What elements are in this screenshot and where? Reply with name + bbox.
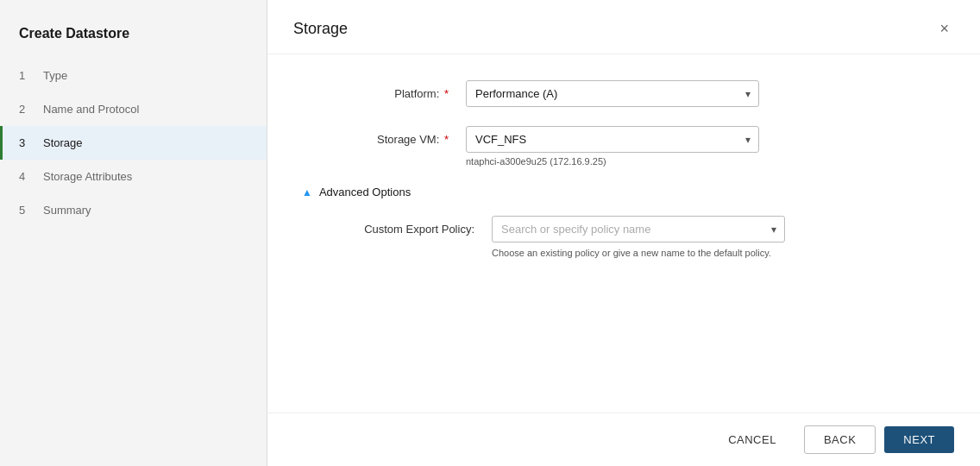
advanced-section: Custom Export Policy: ▾ Choose an existi… xyxy=(302,216,945,260)
sidebar: Create Datastore 1 Type 2 Name and Proto… xyxy=(0,0,267,466)
storage-vm-sub-text: ntaphci-a300e9u25 (172.16.9.25) xyxy=(466,156,759,167)
platform-required-star: * xyxy=(444,87,449,100)
close-button[interactable]: × xyxy=(934,19,954,38)
sidebar-label-summary: Summary xyxy=(43,204,91,217)
custom-export-policy-input[interactable] xyxy=(492,216,785,242)
step-num-1: 1 xyxy=(19,69,33,82)
platform-select-wrapper[interactable]: Performance (A) xyxy=(466,80,759,107)
sidebar-item-storage[interactable]: 3 Storage xyxy=(0,126,267,160)
custom-export-policy-control: ▾ Choose an existing policy or give a ne… xyxy=(492,216,785,260)
chevron-up-icon: ▲ xyxy=(302,186,312,198)
sidebar-item-summary[interactable]: 5 Summary xyxy=(0,193,267,227)
sidebar-label-name-protocol: Name and Protocol xyxy=(43,103,139,116)
main-section-title: Storage xyxy=(293,20,348,38)
back-button[interactable]: BACK xyxy=(804,425,876,454)
storage-vm-row: Storage VM: * VCF_NFS ntaphci-a300e9u25 … xyxy=(302,126,945,167)
step-num-5: 5 xyxy=(19,204,33,217)
custom-export-policy-row: Custom Export Policy: ▾ Choose an existi… xyxy=(328,216,945,260)
storage-vm-select-wrapper[interactable]: VCF_NFS xyxy=(466,126,759,153)
step-num-2: 2 xyxy=(19,103,33,116)
sidebar-label-storage: Storage xyxy=(43,136,83,149)
main-footer: CANCEL BACK NEXT xyxy=(267,412,980,466)
main-header: Storage × xyxy=(267,0,980,54)
main-body: Platform: * Performance (A) Stor xyxy=(267,54,980,412)
modal: Create Datastore 1 Type 2 Name and Proto… xyxy=(0,0,980,466)
sidebar-item-storage-attributes[interactable]: 4 Storage Attributes xyxy=(0,160,267,193)
next-button[interactable]: NEXT xyxy=(884,426,954,453)
search-input-wrapper: ▾ xyxy=(492,216,785,242)
storage-vm-required-star: * xyxy=(444,133,449,146)
storage-vm-select[interactable]: VCF_NFS xyxy=(466,126,759,153)
sidebar-item-name-protocol[interactable]: 2 Name and Protocol xyxy=(0,92,267,126)
custom-export-policy-helper: Choose an existing policy or give a new … xyxy=(492,247,785,260)
storage-vm-control: VCF_NFS ntaphci-a300e9u25 (172.16.9.25) xyxy=(466,126,759,167)
sidebar-item-type[interactable]: 1 Type xyxy=(0,59,267,92)
storage-vm-label: Storage VM: * xyxy=(302,126,466,146)
sidebar-label-storage-attributes: Storage Attributes xyxy=(43,170,132,183)
platform-row: Platform: * Performance (A) xyxy=(302,80,945,107)
sidebar-title: Create Datastore xyxy=(0,17,267,59)
platform-control: Performance (A) xyxy=(466,80,759,107)
custom-export-policy-label: Custom Export Policy: xyxy=(328,216,492,236)
cancel-button[interactable]: CANCEL xyxy=(709,426,795,453)
step-num-4: 4 xyxy=(19,170,33,183)
advanced-options-label: Advanced Options xyxy=(319,186,411,198)
advanced-options-toggle[interactable]: ▲ Advanced Options xyxy=(302,186,945,198)
sidebar-label-type: Type xyxy=(43,69,67,82)
modal-overlay: Create Datastore 1 Type 2 Name and Proto… xyxy=(0,0,980,466)
platform-select[interactable]: Performance (A) xyxy=(466,80,759,107)
main-content: Storage × Platform: * Performance (A) xyxy=(267,0,980,466)
platform-label: Platform: * xyxy=(302,80,466,100)
step-num-3: 3 xyxy=(19,136,33,149)
